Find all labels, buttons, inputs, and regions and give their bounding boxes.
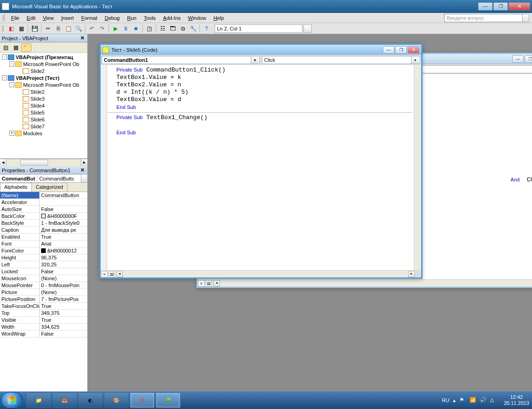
ask-question-dropdown[interactable] bbox=[523, 14, 529, 22]
code-window-front-title[interactable]: Тест - Slide5 (Code) — ❐ ✕ bbox=[101, 45, 421, 55]
task-firefox[interactable]: 🦊 bbox=[52, 392, 77, 408]
menu-tools[interactable]: Tools bbox=[140, 14, 159, 22]
break-icon[interactable]: ⏸ bbox=[121, 24, 130, 33]
property-row[interactable]: Height96,375 bbox=[0, 254, 87, 261]
property-row[interactable]: TakeFocusOnClickTrue bbox=[0, 303, 87, 310]
start-button[interactable] bbox=[1, 392, 23, 409]
paste-icon[interactable]: 📋 bbox=[64, 24, 73, 33]
menu-format[interactable]: Format bbox=[78, 14, 101, 22]
tree-node[interactable]: Slide3 bbox=[1, 95, 86, 102]
cw-maximize-button[interactable]: ❐ bbox=[395, 46, 407, 54]
redo-icon[interactable]: ↷ bbox=[97, 24, 107, 33]
property-row[interactable]: MouseIcon(None) bbox=[0, 275, 87, 282]
cut-icon[interactable]: ✂ bbox=[43, 24, 53, 33]
tree-node[interactable]: +Modules bbox=[1, 130, 86, 137]
procedure-view-icon[interactable]: ≡ bbox=[198, 280, 205, 287]
property-row[interactable]: Accelerator bbox=[0, 199, 87, 206]
property-row[interactable]: ForeColor&H80000012 bbox=[0, 247, 87, 254]
code-area-front[interactable]: Private Sub CommandButton1_Click() TextB… bbox=[107, 65, 414, 270]
property-row[interactable]: (Name)CommandButton bbox=[0, 192, 87, 199]
tab-categorized[interactable]: Categorized bbox=[31, 183, 67, 192]
properties-icon[interactable]: 🗔 bbox=[168, 24, 177, 33]
code-hscroll-back[interactable]: ≡ ▤ ◂ ▸ bbox=[198, 279, 532, 287]
tree-node[interactable]: -VBAProject (Презентац bbox=[1, 54, 86, 60]
undo-icon[interactable]: ↶ bbox=[87, 24, 97, 33]
project-tree-hscroll[interactable]: ◂ ▸ bbox=[0, 159, 87, 166]
tree-node[interactable]: -Microsoft PowerPoint Ob bbox=[1, 60, 86, 67]
toolbar-grip[interactable] bbox=[2, 25, 5, 32]
property-row[interactable]: MousePointer0 - fmMousePoin bbox=[0, 282, 87, 289]
close-button[interactable]: ✕ bbox=[508, 2, 530, 11]
tree-node[interactable]: Slide2 bbox=[1, 88, 86, 95]
task-vba[interactable]: 🧩 bbox=[156, 392, 181, 408]
tray-drive-icon[interactable]: △ bbox=[490, 397, 496, 403]
design-mode-icon[interactable]: ◳ bbox=[145, 24, 154, 33]
properties-panel-close-icon[interactable]: ✕ bbox=[79, 167, 85, 174]
property-row[interactable]: EnabledTrue bbox=[0, 234, 87, 241]
project-explorer-icon[interactable]: ☷ bbox=[158, 24, 167, 33]
properties-grid[interactable]: (Name)CommandButtonAcceleratorAutoSizeFa… bbox=[0, 192, 87, 391]
tray-network-icon[interactable]: 📶 bbox=[470, 397, 476, 403]
tray-clock[interactable]: 12:42 20.11.2013 bbox=[504, 394, 529, 406]
object-combo[interactable]: CommandButton1 bbox=[102, 56, 260, 64]
run-icon[interactable]: ▶ bbox=[111, 24, 120, 33]
menu-window[interactable]: Window bbox=[184, 14, 210, 22]
toolbar-handle[interactable] bbox=[303, 24, 312, 33]
object-browser-icon[interactable]: ⧉ bbox=[178, 24, 187, 33]
menu-help[interactable]: Help bbox=[210, 14, 228, 22]
code-hscroll[interactable]: ≡ ▤ ◂ ▸ bbox=[101, 270, 421, 277]
property-row[interactable]: CaptionДля вывода ре bbox=[0, 227, 87, 234]
tray-volume-icon[interactable]: 🔊 bbox=[480, 397, 486, 403]
cw-close-button[interactable]: ✕ bbox=[408, 46, 419, 54]
find-icon[interactable]: 🔍 bbox=[74, 24, 83, 33]
tree-node[interactable]: -VBAProject (Тест) bbox=[1, 74, 86, 81]
tree-node[interactable]: Slide2 bbox=[1, 67, 86, 74]
object-dropdown-icon[interactable] bbox=[81, 174, 87, 182]
tree-node[interactable]: Slide5 bbox=[1, 109, 86, 116]
full-module-view-icon[interactable]: ▤ bbox=[206, 280, 212, 287]
insert-module-icon[interactable]: ▦ bbox=[17, 24, 26, 33]
code-vscroll[interactable] bbox=[414, 65, 421, 270]
project-panel-close-icon[interactable]: ✕ bbox=[79, 35, 85, 42]
task-app1[interactable]: ◐ bbox=[78, 392, 103, 408]
toggle-folders-icon[interactable]: 📁 bbox=[21, 43, 31, 52]
procedure-view-icon[interactable]: ≡ bbox=[101, 271, 108, 277]
property-row[interactable]: WordWrapFalse bbox=[0, 331, 87, 337]
tray-flag-icon[interactable]: ⚑ bbox=[459, 397, 466, 403]
menu-file[interactable]: File bbox=[7, 14, 23, 22]
menu-edit[interactable]: Edit bbox=[23, 14, 39, 22]
code-window-front[interactable]: Тест - Slide5 (Code) — ❐ ✕ CommandButton… bbox=[99, 43, 423, 279]
tab-alphabetic[interactable]: Alphabetic bbox=[0, 183, 32, 192]
menu-view[interactable]: View bbox=[39, 14, 58, 22]
tree-node[interactable]: Slide7 bbox=[1, 123, 86, 130]
toolbox-icon[interactable]: 🔧 bbox=[188, 24, 198, 33]
task-explorer[interactable]: 📁 bbox=[26, 392, 51, 408]
tray-chevron-icon[interactable]: ▴ bbox=[453, 397, 456, 403]
property-row[interactable]: BackColor&H8000000F bbox=[0, 213, 87, 220]
property-row[interactable]: AutoSizeFalse bbox=[0, 206, 87, 213]
object-selector[interactable]: CommandBut CommandButtc bbox=[0, 174, 87, 183]
minimize-button[interactable]: — bbox=[478, 2, 493, 11]
copy-icon[interactable]: ⎘ bbox=[54, 24, 63, 33]
save-icon[interactable]: 💾 bbox=[30, 24, 39, 33]
cw-maximize-button[interactable]: ❐ bbox=[525, 55, 532, 63]
reset-icon[interactable]: ■ bbox=[131, 24, 140, 33]
cw-minimize-button[interactable]: — bbox=[383, 46, 394, 54]
view-object-icon[interactable]: ▦ bbox=[11, 43, 20, 52]
full-module-view-icon[interactable]: ▤ bbox=[109, 271, 115, 277]
tree-node[interactable]: Slide4 bbox=[1, 102, 86, 109]
menu-add-ins[interactable]: Add-Ins bbox=[159, 14, 184, 22]
property-row[interactable]: Width334,625 bbox=[0, 324, 87, 331]
project-tree[interactable]: -VBAProject (Презентац-Microsoft PowerPo… bbox=[0, 53, 87, 159]
cw-minimize-button[interactable]: — bbox=[512, 55, 524, 63]
tree-node[interactable]: -Microsoft PowerPoint Ob bbox=[1, 81, 86, 88]
procedure-combo[interactable]: Click bbox=[262, 56, 420, 64]
help-icon[interactable]: ? bbox=[202, 24, 211, 33]
tray-lang[interactable]: RU bbox=[442, 397, 449, 403]
property-row[interactable]: VisibleTrue bbox=[0, 317, 87, 324]
property-row[interactable]: Left320,25 bbox=[0, 261, 87, 268]
ask-question-box[interactable]: Введите вопрос bbox=[444, 14, 523, 22]
menu-insert[interactable]: Insert bbox=[57, 14, 78, 22]
property-row[interactable]: FontArial bbox=[0, 241, 87, 247]
view-code-icon[interactable]: ▤ bbox=[1, 43, 10, 52]
